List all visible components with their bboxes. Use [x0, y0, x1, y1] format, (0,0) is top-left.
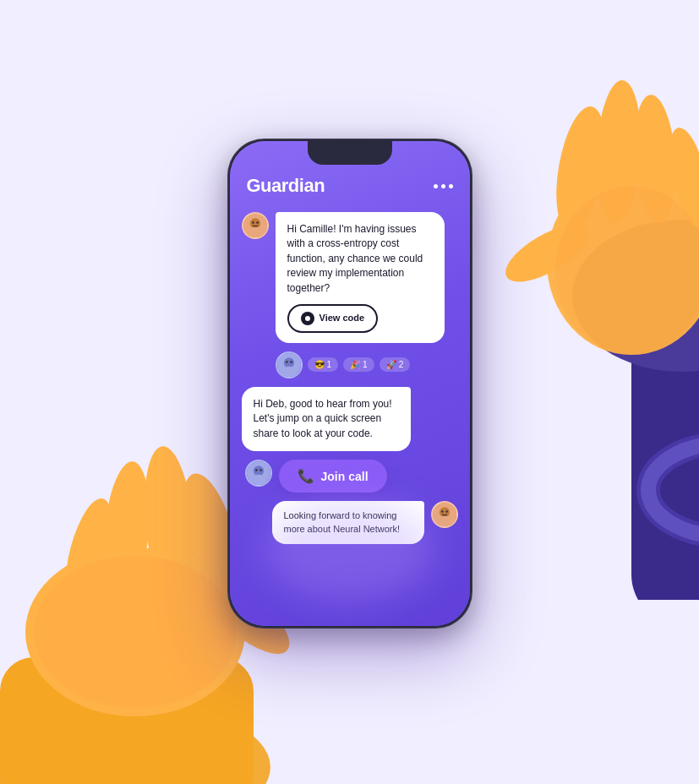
svg-point-10 [249, 218, 259, 228]
join-call-label: Join call [321, 470, 369, 483]
avatar-deb-call [245, 460, 272, 487]
message-row-2: Hi Deb, good to hear from you! Let's jum… [242, 387, 458, 451]
svg-point-12 [252, 221, 254, 224]
app-title: Guardian [247, 175, 325, 197]
message-row-1: Hi Camille! I'm having issues with a cro… [242, 212, 458, 343]
svg-point-17 [286, 361, 288, 363]
view-code-button[interactable]: View code [287, 304, 379, 333]
phone-body: Guardian [227, 139, 472, 629]
avatar-camille-2 [431, 501, 458, 528]
reaction-count-1: 1 [327, 360, 332, 369]
reaction-emoji-2: 🎉 [350, 360, 360, 369]
phone-screen: Guardian [230, 141, 470, 626]
more-options-button[interactable] [434, 184, 453, 188]
svg-point-20 [253, 466, 263, 476]
reactions-row: 😎 1 🎉 1 🚀 2 [242, 351, 458, 378]
phone-icon: 📞 [298, 468, 314, 484]
scene: Guardian [0, 0, 699, 784]
svg-point-18 [290, 361, 292, 363]
bottom-blob-decoration [265, 499, 434, 601]
phone-device: Guardian [227, 139, 472, 629]
dot1 [434, 184, 438, 188]
dot3 [449, 184, 453, 188]
phone-screen-area: Guardian [230, 141, 470, 626]
message-row-3: 📞 Join call [242, 460, 458, 493]
message-text-1: Hi Camille! I'm having issues with a cro… [287, 223, 423, 294]
svg-point-22 [255, 469, 258, 471]
join-call-button[interactable]: 📞 Join call [279, 460, 387, 493]
svg-point-8 [34, 556, 237, 708]
eye-icon [301, 312, 314, 325]
svg-point-23 [259, 469, 262, 471]
reaction-count-2: 1 [363, 360, 368, 369]
reaction-count-3: 2 [399, 360, 404, 369]
phone-notch [308, 141, 392, 165]
svg-point-15 [283, 357, 293, 368]
message-text-2: Hi Deb, good to hear from you! Let's jum… [254, 398, 392, 439]
reaction-emoji-1: 😎 [314, 360, 325, 369]
reaction-badge-3[interactable]: 🚀 2 [380, 357, 411, 372]
chat-header: Guardian [242, 172, 458, 204]
svg-point-27 [441, 510, 444, 513]
svg-point-13 [256, 221, 259, 224]
right-hand-decoration [462, 51, 699, 600]
svg-point-28 [445, 510, 448, 513]
reaction-badge-2[interactable]: 🎉 1 [343, 357, 374, 372]
reaction-badge-1[interactable]: 😎 1 [308, 357, 339, 372]
view-code-label: View code [319, 312, 365, 325]
message-bubble-2: Hi Deb, good to hear from you! Let's jum… [242, 387, 411, 451]
dot2 [441, 184, 445, 188]
message-bubble-1: Hi Camille! I'm having issues with a cro… [276, 212, 445, 343]
reaction-emoji-3: 🚀 [386, 360, 396, 369]
avatar-deb-small [276, 351, 303, 378]
svg-point-25 [439, 507, 449, 517]
avatar-camille [242, 212, 269, 239]
